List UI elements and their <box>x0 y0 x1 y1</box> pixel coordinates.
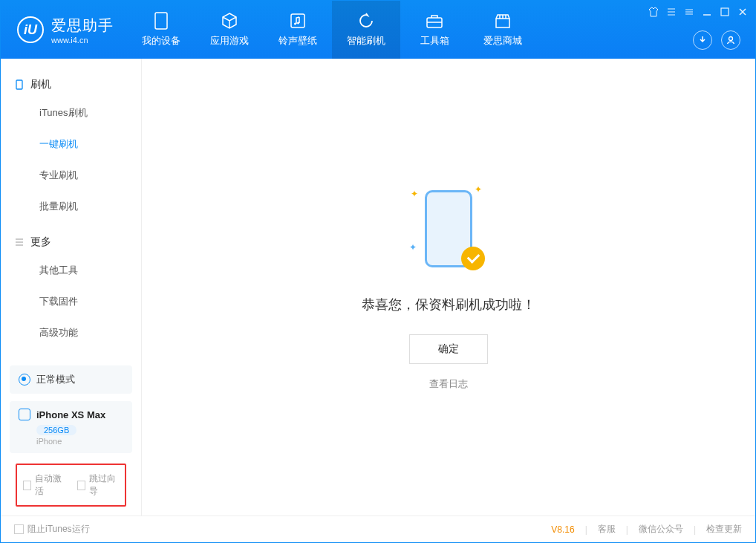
sidebar: 刷机 iTunes刷机 一键刷机 专业刷机 批量刷机 更多 其他工具 下载固件 … <box>1 59 142 516</box>
ok-button[interactable]: 确定 <box>409 334 488 364</box>
music-icon <box>289 12 307 30</box>
tab-label: 工具箱 <box>420 34 449 48</box>
toolbox-icon <box>426 12 443 30</box>
status-bar: 阻止iTunes运行 V8.16 | 客服 | 微信公众号 | 检查更新 <box>1 516 755 542</box>
flash-options-highlight: 自动激活 跳过向导 <box>16 464 126 507</box>
section-title: 刷机 <box>30 78 51 91</box>
tab-smart-flash[interactable]: 智能刷机 <box>332 1 400 59</box>
device-icon <box>19 409 30 420</box>
main-content: ✦✦✦ 恭喜您，保资料刷机成功啦！ 确定 查看日志 <box>142 59 755 516</box>
close-icon[interactable] <box>737 7 748 17</box>
menu-icon[interactable] <box>684 7 694 17</box>
tab-toolbox[interactable]: 工具箱 <box>400 1 469 59</box>
phone-icon <box>14 79 25 90</box>
user-account-button[interactable] <box>721 30 740 50</box>
checkbox-auto-activate[interactable]: 自动激活 <box>23 472 65 498</box>
checkbox-icon <box>23 481 31 490</box>
checkbox-label: 自动激活 <box>35 472 65 498</box>
sidebar-item-batch-flash[interactable]: 批量刷机 <box>1 191 141 222</box>
checkmark-icon <box>461 247 485 270</box>
view-log-link[interactable]: 查看日志 <box>429 377 468 391</box>
device-type: iPhone <box>36 437 123 446</box>
device-name: iPhone XS Max <box>36 409 105 420</box>
maximize-icon[interactable] <box>720 7 730 17</box>
device-mode-card[interactable]: 正常模式 <box>10 365 132 394</box>
section-title: 更多 <box>30 235 51 249</box>
sidebar-section-more: 更多 <box>1 230 141 255</box>
svg-rect-0 <box>155 13 167 29</box>
checkbox-label: 阻止iTunes运行 <box>27 523 90 536</box>
sidebar-item-advanced[interactable]: 高级功能 <box>1 317 141 348</box>
tab-label: 智能刷机 <box>347 34 385 48</box>
store-icon <box>494 12 512 30</box>
device-card[interactable]: iPhone XS Max 256GB iPhone <box>10 401 132 453</box>
list-icon <box>14 237 25 247</box>
list-icon[interactable] <box>666 7 677 17</box>
tab-apps-games[interactable]: 应用游戏 <box>195 1 264 59</box>
sidebar-item-other-tools[interactable]: 其他工具 <box>1 255 141 286</box>
app-name: 爱思助手 <box>51 16 114 36</box>
svg-rect-1 <box>291 14 304 27</box>
device-icon <box>152 12 170 30</box>
app-logo: iU 爱思助手 www.i4.cn <box>1 16 127 45</box>
app-header: iU 爱思助手 www.i4.cn 我的设备 应用游戏 铃声壁纸 智能刷机 工具… <box>1 1 755 59</box>
tab-label: 铃声壁纸 <box>278 34 317 48</box>
sidebar-item-one-click-flash[interactable]: 一键刷机 <box>1 129 141 160</box>
checkbox-icon <box>14 524 24 534</box>
sidebar-item-download-firmware[interactable]: 下载固件 <box>1 286 141 317</box>
app-url: www.i4.cn <box>51 36 114 45</box>
checkbox-skip-guide[interactable]: 跳过向导 <box>77 472 120 498</box>
tab-store[interactable]: 爱思商城 <box>469 1 537 59</box>
minimize-icon[interactable] <box>702 7 712 17</box>
device-storage-badge: 256GB <box>36 425 76 435</box>
svg-point-3 <box>297 22 299 25</box>
sidebar-item-itunes-flash[interactable]: iTunes刷机 <box>1 97 141 129</box>
checkbox-icon <box>77 481 85 490</box>
svg-point-2 <box>294 23 296 25</box>
sidebar-item-pro-flash[interactable]: 专业刷机 <box>1 160 141 191</box>
version-label: V8.16 <box>551 524 574 535</box>
window-controls <box>648 7 748 17</box>
checkbox-label: 跳过向导 <box>89 472 119 498</box>
footer-link-update[interactable]: 检查更新 <box>706 523 742 536</box>
cube-icon <box>221 12 238 30</box>
tab-label: 应用游戏 <box>210 34 249 48</box>
tab-my-device[interactable]: 我的设备 <box>127 1 195 59</box>
tab-ringtones-wallpapers[interactable]: 铃声壁纸 <box>264 1 332 59</box>
sidebar-section-flash: 刷机 <box>1 72 141 97</box>
mode-icon <box>19 374 30 386</box>
mode-label: 正常模式 <box>36 373 75 386</box>
svg-rect-6 <box>721 8 729 16</box>
refresh-icon <box>357 12 375 30</box>
success-illustration: ✦✦✦ <box>415 184 482 273</box>
tab-label: 爱思商城 <box>483 34 522 48</box>
checkbox-block-itunes[interactable]: 阻止iTunes运行 <box>14 523 90 536</box>
svg-point-7 <box>729 37 733 41</box>
logo-icon: iU <box>17 16 44 43</box>
success-message: 恭喜您，保资料刷机成功啦！ <box>362 296 535 313</box>
footer-link-support[interactable]: 客服 <box>598 523 616 536</box>
footer-link-wechat[interactable]: 微信公众号 <box>639 523 683 536</box>
download-manager-button[interactable] <box>693 30 712 50</box>
shirt-icon[interactable] <box>648 7 659 17</box>
svg-rect-8 <box>16 80 22 89</box>
tab-label: 我的设备 <box>142 34 180 48</box>
main-tabs: 我的设备 应用游戏 铃声壁纸 智能刷机 工具箱 爱思商城 <box>127 1 537 59</box>
